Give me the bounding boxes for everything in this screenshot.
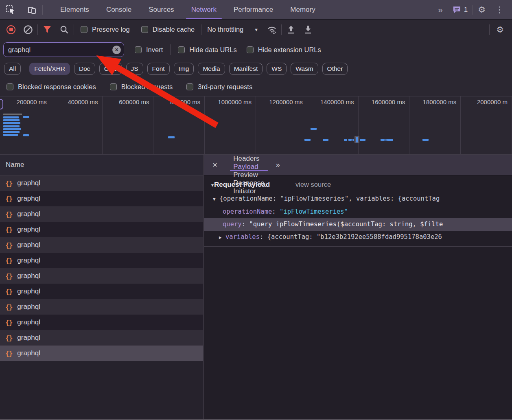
request-row[interactable]: {}graphql <box>0 191 203 206</box>
blocked-requests-checkbox[interactable] <box>110 83 117 90</box>
chip-ws[interactable]: WS <box>267 63 287 75</box>
timeline-request-bar <box>3 131 20 133</box>
detail-tab-initiator[interactable]: Initiator <box>226 187 272 195</box>
expanded-arrow-icon[interactable]: ▼ <box>213 193 219 206</box>
request-row[interactable]: {}graphql <box>0 284 203 299</box>
close-detail-icon[interactable]: × <box>204 155 226 175</box>
filter-row: × Invert Hide data URLs Hide extension U… <box>0 39 512 60</box>
blocked-requests-toggle[interactable]: Blocked requests <box>105 83 178 91</box>
request-name: graphql <box>17 287 40 295</box>
request-row[interactable]: {}graphql <box>0 346 203 361</box>
divider <box>489 24 490 35</box>
request-row[interactable]: {}graphql <box>0 206 203 222</box>
request-row[interactable]: {}graphql <box>0 268 203 284</box>
clear-filter-icon[interactable]: × <box>112 46 121 54</box>
chip-css[interactable]: CSS <box>99 63 122 75</box>
blocked-cookies-toggle[interactable]: Blocked response cookies <box>2 83 101 91</box>
token-key: variables <box>225 233 260 241</box>
name-column-header[interactable]: Name <box>0 155 203 175</box>
network-settings-gear-icon[interactable]: ⚙ <box>491 25 509 35</box>
chip-wasm[interactable]: Wasm <box>291 63 318 75</box>
invert-checkbox[interactable] <box>135 46 142 53</box>
network-conditions-icon <box>267 25 277 35</box>
settings-gear-icon[interactable]: ⚙ <box>473 5 490 15</box>
blocked-cookies-checkbox[interactable] <box>7 83 13 90</box>
detail-tab-preview[interactable]: Preview <box>226 171 272 179</box>
chip-js[interactable]: JS <box>126 63 143 75</box>
clear-network-log-button[interactable] <box>20 23 36 37</box>
throttling-dropdown[interactable]: No throttling ▼ <box>203 26 263 33</box>
hide-data-urls-checkbox[interactable] <box>178 46 185 53</box>
timeline-request-bar <box>3 116 19 118</box>
timeline-tick-label: 1600000 ms <box>359 96 410 154</box>
chip-doc[interactable]: Doc <box>74 63 95 75</box>
request-row[interactable]: {}graphql <box>0 237 203 253</box>
request-name: graphql <box>17 349 40 357</box>
preserve-log-toggle[interactable]: Preserve log <box>76 26 135 33</box>
overview-drag-handle[interactable] <box>0 99 3 109</box>
third-party-checkbox[interactable] <box>186 83 193 90</box>
collapsed-arrow-icon[interactable]: ▶ <box>219 231 225 244</box>
more-detail-tabs-icon[interactable]: » <box>272 155 283 175</box>
filter-input[interactable] <box>4 46 105 54</box>
hide-data-urls-toggle[interactable]: Hide data URLs <box>173 46 241 54</box>
token-key: operationName <box>223 208 272 215</box>
chip-font[interactable]: Font <box>147 63 170 75</box>
device-toolbar-icon[interactable] <box>21 0 42 19</box>
json-braces-icon: {} <box>5 334 12 342</box>
timeline-request-bar <box>3 125 20 127</box>
request-row[interactable]: {}graphql <box>0 315 203 330</box>
payload-tree-line[interactable]: query: "query ipFlowTimeseries($accountT… <box>204 218 512 231</box>
tab-memory[interactable]: Memory <box>282 0 324 19</box>
hide-extension-urls-checkbox[interactable] <box>247 46 254 53</box>
request-row[interactable]: {}graphql <box>0 253 203 268</box>
timeline-tick-label: 400000 ms <box>51 96 103 154</box>
request-row[interactable]: {}graphql <box>0 330 203 346</box>
json-braces-icon: {} <box>5 226 12 234</box>
network-overview-timeline[interactable]: 200000 ms400000 ms600000 ms800000 ms1000… <box>0 96 512 155</box>
tab-console[interactable]: Console <box>98 0 140 19</box>
import-har-button[interactable] <box>283 23 299 37</box>
detail-tab-response[interactable]: Response <box>226 179 272 187</box>
record-network-log-button[interactable] <box>3 23 19 37</box>
more-panels-icon[interactable]: » <box>433 5 448 15</box>
chip-manifest[interactable]: Manifest <box>229 63 263 75</box>
detail-tab-payload[interactable]: Payload <box>226 163 272 171</box>
tab-network[interactable]: Network <box>183 0 225 19</box>
disable-cache-toggle[interactable]: Disable cache <box>136 26 200 33</box>
chip-all[interactable]: All <box>4 63 21 75</box>
inspect-element-icon[interactable] <box>0 0 21 19</box>
third-party-toggle[interactable]: 3rd-party requests <box>182 83 257 91</box>
tab-performance[interactable]: Performance <box>225 0 282 19</box>
invert-toggle[interactable]: Invert <box>130 46 168 54</box>
preserve-log-checkbox[interactable] <box>81 26 88 33</box>
json-braces-icon: {} <box>5 195 12 203</box>
timeline-request-bar <box>3 119 20 121</box>
timeline-request-bar <box>323 139 328 141</box>
kebab-menu-icon[interactable]: ⋮ <box>490 5 509 15</box>
view-source-link[interactable]: view source <box>295 181 331 188</box>
tab-elements[interactable]: Elements <box>52 0 98 19</box>
issues-counter[interactable]: 1 <box>448 6 473 14</box>
disable-cache-checkbox[interactable] <box>141 26 148 33</box>
section-collapse-icon[interactable]: ▾ <box>211 182 214 188</box>
chip-fetch-xhr[interactable]: Fetch/XHR <box>29 63 70 75</box>
filter-funnel-icon <box>43 26 52 34</box>
export-har-button[interactable] <box>300 23 316 37</box>
payload-tree-line[interactable]: ▶variables: {accountTag: "b12e3b2192ee55… <box>204 231 512 244</box>
chip-media[interactable]: Media <box>198 63 225 75</box>
request-row[interactable]: {}graphql <box>0 175 203 191</box>
request-row[interactable]: {}graphql <box>0 222 203 237</box>
hide-extension-urls-toggle[interactable]: Hide extension URLs <box>242 46 326 54</box>
tab-sources[interactable]: Sources <box>140 0 182 19</box>
payload-tree-line[interactable]: operationName: "ipFlowTimeseries" <box>204 206 512 218</box>
chip-other[interactable]: Other <box>322 63 348 75</box>
filter-box: × <box>3 42 124 57</box>
chip-img[interactable]: Img <box>174 63 194 75</box>
search-button[interactable] <box>57 23 72 37</box>
network-conditions-button[interactable] <box>264 23 280 37</box>
detail-tab-headers[interactable]: Headers <box>226 155 272 163</box>
request-row[interactable]: {}graphql <box>0 299 203 315</box>
filter-toggle-button[interactable] <box>39 23 55 37</box>
timeline-tick-label: 1200000 ms <box>256 96 307 154</box>
